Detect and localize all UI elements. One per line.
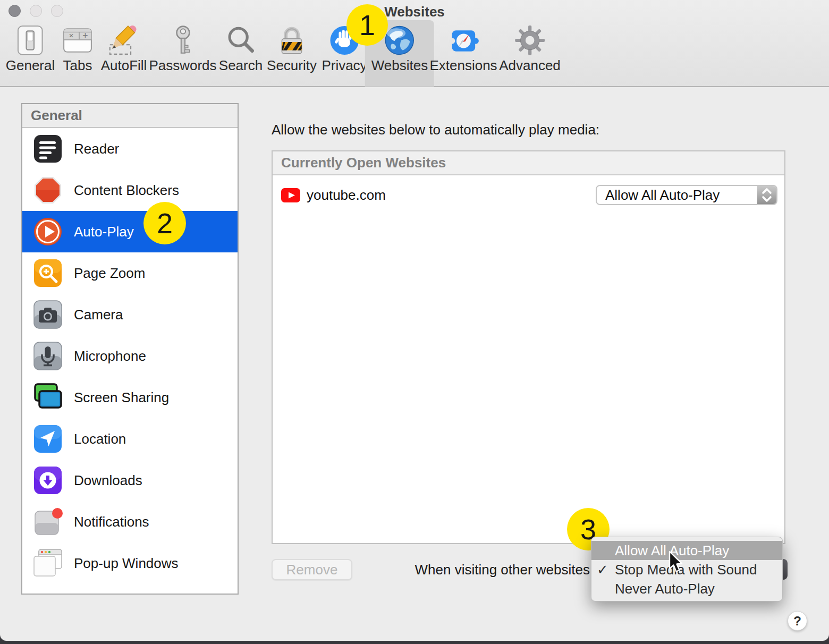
svg-text:+: + bbox=[82, 30, 88, 41]
play-circle-icon bbox=[33, 217, 63, 247]
menu-item-allow-all-auto-play[interactable]: Allow All Auto-Play bbox=[591, 541, 782, 560]
menu-item-stop-media-with-sound[interactable]: ✓ Stop Media with Sound bbox=[591, 560, 782, 579]
zoom-magnifier-icon bbox=[33, 258, 63, 288]
close-window-button[interactable] bbox=[9, 5, 21, 17]
pencil-icon bbox=[108, 25, 139, 56]
sidebar-item-notifications[interactable]: Notifications bbox=[22, 501, 238, 543]
site-row-youtube-com: youtube.com Allow All Auto-Play bbox=[273, 175, 784, 215]
sidebar-item-content-blockers[interactable]: Content Blockers bbox=[22, 170, 238, 211]
screen-sharing-icon bbox=[33, 383, 63, 412]
sidebar-item-label: Page Zoom bbox=[74, 265, 145, 282]
tabs-window-icon: ×+ bbox=[62, 25, 93, 56]
svg-text:×: × bbox=[69, 31, 73, 40]
sidebar-item-microphone[interactable]: Microphone bbox=[22, 335, 238, 377]
toolbar-item-general[interactable]: General bbox=[0, 20, 61, 87]
globe-icon bbox=[384, 25, 415, 56]
sidebar-section-header: General bbox=[22, 104, 238, 128]
sidebar-item-reader[interactable]: Reader bbox=[22, 128, 238, 170]
sidebar-item-page-zoom[interactable]: Page Zoom bbox=[22, 252, 238, 294]
currently-open-websites-box: Currently Open Websites youtube.com Allo… bbox=[272, 150, 785, 544]
reader-icon bbox=[33, 134, 63, 164]
sidebar-item-pop-up-windows[interactable]: Pop-up Windows bbox=[22, 543, 238, 584]
mouse-cursor-icon bbox=[667, 550, 683, 576]
key-icon bbox=[167, 25, 198, 56]
step-badge-1: 1 bbox=[346, 4, 388, 46]
menu-item-never-auto-play[interactable]: Never Auto-Play bbox=[591, 579, 782, 598]
sidebar-item-label: Downloads bbox=[74, 472, 142, 489]
sidebar-item-label: Camera bbox=[74, 307, 123, 323]
sidebar-item-location[interactable]: Location bbox=[22, 418, 238, 460]
sidebar-item-label: Auto-Play bbox=[74, 224, 134, 240]
toolbar-item-extensions[interactable]: Extensions bbox=[423, 20, 503, 87]
padlock-icon bbox=[276, 25, 307, 56]
site-box-header: Currently Open Websites bbox=[273, 151, 784, 175]
sidebar-item-label: Location bbox=[74, 431, 126, 447]
notifications-icon bbox=[33, 507, 63, 537]
magnifier-icon bbox=[225, 25, 256, 56]
chevron-up-down-icon bbox=[757, 186, 776, 204]
websites-sidebar: General Reader Content Blockers Auto-Pla… bbox=[21, 103, 239, 595]
step-badge-2: 2 bbox=[143, 202, 186, 244]
toolbar-item-security[interactable]: Security bbox=[260, 20, 323, 87]
download-circle-icon bbox=[33, 465, 63, 495]
popup-windows-icon bbox=[33, 548, 63, 578]
zoom-window-button[interactable] bbox=[51, 5, 63, 17]
camera-icon bbox=[33, 300, 63, 329]
sidebar-item-auto-play[interactable]: Auto-Play bbox=[22, 211, 238, 252]
site-autoplay-value: Allow All Auto-Play bbox=[597, 187, 757, 204]
gear-icon bbox=[514, 25, 545, 56]
checkmark-icon: ✓ bbox=[597, 562, 614, 578]
toolbar-item-tabs[interactable]: ×+ Tabs bbox=[56, 20, 99, 87]
sidebar-item-label: Reader bbox=[74, 141, 119, 157]
other-websites-label: When visiting other websites bbox=[415, 562, 590, 578]
sidebar-item-label: Screen Sharing bbox=[74, 389, 169, 406]
screenshot-root: Websites General ×+ Tabs AutoFill Passwo… bbox=[0, 0, 829, 644]
site-domain: youtube.com bbox=[307, 187, 386, 204]
menu-item-label: Never Auto-Play bbox=[615, 581, 715, 597]
sidebar-item-label: Microphone bbox=[74, 348, 146, 365]
sidebar-item-screen-sharing[interactable]: Screen Sharing bbox=[22, 377, 238, 418]
sidebar-item-label: Content Blockers bbox=[74, 182, 179, 199]
autoplay-heading: Allow the websites below to automaticall… bbox=[272, 122, 599, 138]
site-autoplay-select[interactable]: Allow All Auto-Play bbox=[596, 185, 777, 205]
remove-button[interactable]: Remove bbox=[272, 559, 352, 580]
autoplay-popup-menu: Allow All Auto-Play ✓ Stop Media with So… bbox=[591, 537, 783, 601]
microphone-icon bbox=[33, 341, 63, 371]
stop-octagon-icon bbox=[33, 175, 63, 205]
toolbar-item-passwords[interactable]: Passwords bbox=[142, 20, 223, 87]
help-button[interactable]: ? bbox=[788, 611, 807, 631]
window-title: Websites bbox=[384, 4, 445, 20]
site-list: youtube.com Allow All Auto-Play bbox=[273, 175, 784, 215]
youtube-icon bbox=[281, 188, 300, 202]
sidebar-item-label: Pop-up Windows bbox=[74, 555, 179, 572]
menu-item-label: Stop Media with Sound bbox=[615, 562, 757, 578]
sidebar-list: Reader Content Blockers Auto-Play Page Z… bbox=[22, 128, 238, 584]
toolbar-item-advanced[interactable]: Advanced bbox=[493, 20, 567, 87]
sidebar-item-camera[interactable]: Camera bbox=[22, 294, 238, 335]
puzzle-compass-icon bbox=[448, 25, 479, 56]
minimize-window-button[interactable] bbox=[30, 5, 42, 17]
light-switch-icon bbox=[15, 25, 46, 56]
sidebar-item-downloads[interactable]: Downloads bbox=[22, 460, 238, 501]
sidebar-item-label: Notifications bbox=[74, 514, 149, 530]
location-arrow-icon bbox=[33, 424, 63, 454]
window-header: Websites General ×+ Tabs AutoFill Passwo… bbox=[0, 0, 829, 87]
